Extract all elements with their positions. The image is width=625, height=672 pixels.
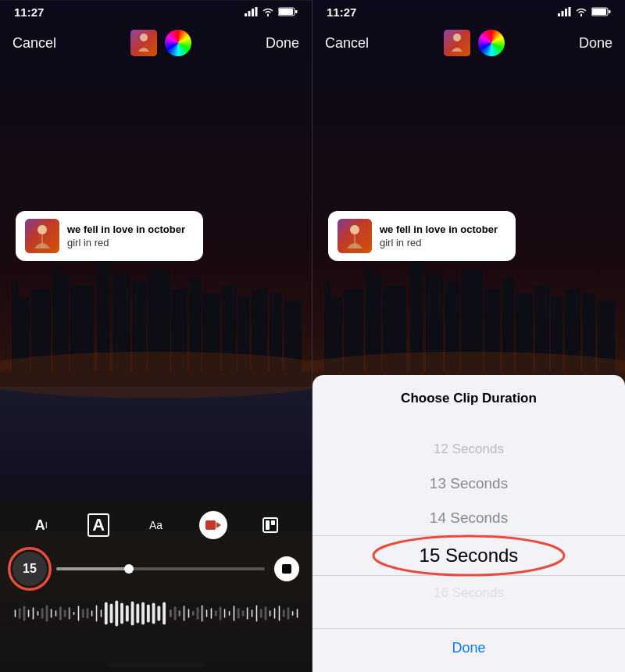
picker-done-button[interactable]: Done [312,628,625,672]
svg-rect-127 [565,9,567,16]
text-style-alt-button[interactable]: AI [27,511,55,539]
svg-rect-78 [192,611,195,616]
svg-rect-57 [87,608,89,619]
svg-rect-42 [19,608,21,619]
svg-rect-90 [246,607,248,619]
picker-item-16[interactable]: 16 Seconds [312,576,625,610]
music-title-right: we fell in love in october [380,223,498,237]
svg-rect-54 [73,612,75,615]
playback-slider[interactable] [56,567,265,570]
svg-rect-85 [223,609,226,618]
svg-rect-128 [569,7,571,16]
svg-rect-38 [266,520,270,530]
svg-rect-53 [68,607,70,619]
svg-rect-44 [27,609,30,617]
picker-item-15-container[interactable]: 15 Seconds [312,535,625,576]
duration-badge-container[interactable]: 15 [12,552,47,586]
text-style-button[interactable]: A [84,511,112,539]
picker-title: Choose Clip Duration [401,391,537,406]
font-size-button[interactable]: Aa [141,511,170,539]
svg-rect-55 [77,606,80,620]
svg-rect-100 [291,611,294,616]
svg-rect-63 [115,601,118,627]
svg-rect-69 [147,604,150,622]
svg-rect-130 [592,9,606,15]
svg-point-31 [140,34,148,41]
svg-rect-92 [255,605,258,621]
wifi-icon-right [575,7,588,16]
music-album-art-left [25,219,59,253]
picker-item-14[interactable]: 14 Seconds [312,501,625,535]
svg-rect-79 [197,607,199,619]
svg-rect-26 [255,7,258,16]
svg-rect-87 [233,606,235,620]
svg-rect-71 [157,606,160,620]
status-bar-right: 11:27 [312,0,625,23]
status-time: 11:27 [14,5,44,19]
sticker-button[interactable] [256,511,284,539]
music-card-right[interactable]: we fell in love in october girl in red [328,211,516,261]
playback-thumb [124,564,134,574]
svg-rect-66 [131,602,134,626]
red-circle-duration [6,545,53,592]
svg-point-135 [350,225,359,234]
waveform-svg [12,594,299,633]
svg-rect-48 [45,605,48,621]
svg-rect-60 [100,609,102,617]
svg-rect-70 [152,602,155,624]
battery-icon-right [591,7,611,16]
svg-rect-52 [64,609,66,617]
done-button-left[interactable]: Done [266,35,299,52]
status-bar: 11:27 [0,0,312,23]
album-figure-svg [130,30,157,56]
picker-list[interactable]: 12 Seconds 13 Seconds 14 Seconds 15 Seco… [312,414,625,628]
color-wheel-left[interactable] [165,30,191,56]
status-icons-right [558,7,611,16]
picker-item-13[interactable]: 13 Seconds [312,466,625,501]
signal-icon [245,7,258,16]
music-title-left: we fell in love in october [67,223,185,237]
signal-icon-right [558,7,571,16]
svg-rect-80 [201,605,203,621]
svg-rect-50 [55,610,57,617]
wifi-icon [262,7,274,16]
album-art-thumbnail-left[interactable] [130,30,157,56]
cancel-button-left[interactable]: Cancel [12,35,56,52]
svg-rect-24 [248,11,251,16]
done-button-right[interactable]: Done [579,35,612,52]
picker-item-12[interactable]: 12 Seconds [312,432,625,466]
svg-rect-35 [205,520,216,530]
svg-rect-39 [271,520,275,525]
svg-rect-93 [260,609,262,618]
music-card-left[interactable]: we fell in love in october girl in red [16,211,203,261]
svg-rect-125 [558,13,560,16]
svg-rect-43 [23,606,26,620]
svg-rect-131 [609,10,611,13]
waveform-container[interactable] [12,594,299,633]
color-wheel-right[interactable] [478,30,505,56]
svg-rect-81 [205,609,208,617]
svg-rect-65 [126,605,129,621]
svg-rect-37 [263,518,277,532]
svg-rect-99 [288,607,290,619]
svg-rect-74 [174,606,177,620]
svg-rect-77 [188,609,190,618]
svg-rect-47 [41,608,44,619]
music-artist-left: girl in red [67,237,185,248]
red-circle-picker [367,533,570,578]
svg-rect-97 [278,606,280,620]
svg-point-133 [453,34,461,41]
music-info-right: we fell in love in october girl in red [380,223,498,248]
svg-rect-73 [170,609,172,617]
svg-rect-84 [220,606,222,620]
svg-rect-83 [215,610,217,617]
svg-point-40 [9,549,50,589]
album-art-thumbnail-right[interactable] [444,30,470,56]
svg-rect-51 [59,606,62,620]
top-bar-icons-right [444,30,505,56]
battery-icon [278,7,298,16]
svg-rect-126 [562,11,564,16]
stop-button[interactable] [274,556,299,581]
cancel-button-right[interactable]: Cancel [325,35,369,52]
video-record-button[interactable] [199,511,227,539]
